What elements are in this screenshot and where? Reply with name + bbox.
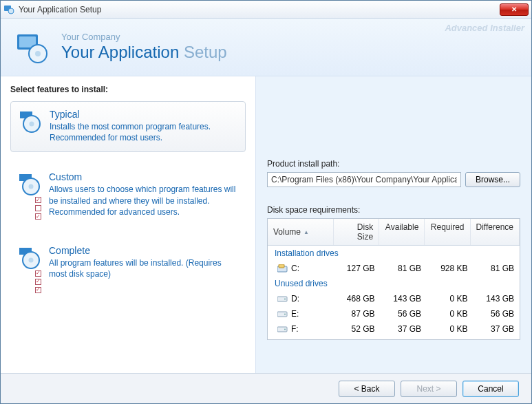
group-unused: Unused drives xyxy=(268,276,520,291)
checkbox-decoration xyxy=(35,197,41,220)
drive-icon xyxy=(277,325,288,333)
table-row[interactable]: E: 87 GB 56 GB 0 KB 56 GB xyxy=(268,306,520,321)
disk-space-label: Disk space requirements: xyxy=(267,205,520,215)
sort-asc-icon: ▲ xyxy=(304,229,309,235)
cell-size: 468 GB xyxy=(334,293,381,305)
svg-point-7 xyxy=(30,122,34,127)
cell-avail: 56 GB xyxy=(381,308,427,320)
col-disk-size: Disk Size xyxy=(334,219,379,245)
install-path-input[interactable] xyxy=(267,172,461,187)
svg-point-17 xyxy=(284,314,286,315)
col-required: Required xyxy=(425,219,470,245)
product-logo xyxy=(14,30,49,65)
installer-window: Your Application Setup ✕ Your Company Yo… xyxy=(0,0,532,404)
drive-icon xyxy=(277,295,288,303)
col-volume: Volume xyxy=(273,227,301,237)
feature-option-complete[interactable]: Complete All program features will be in… xyxy=(10,238,246,288)
cell-req: 0 KB xyxy=(427,308,474,320)
table-row[interactable]: D: 468 GB 143 GB 0 KB 143 GB xyxy=(268,291,520,306)
disk-space-table: Volume ▲ Disk Size Available Required Di… xyxy=(267,218,520,340)
svg-point-9 xyxy=(29,184,34,189)
features-heading: Select features to install: xyxy=(10,85,246,94)
app-name: Your Application xyxy=(61,43,179,61)
drive-name: C: xyxy=(291,264,299,273)
window-title: Your Application Setup xyxy=(19,5,500,14)
cell-diff: 56 GB xyxy=(474,308,520,320)
cell-avail: 81 GB xyxy=(381,262,427,275)
disc-icon xyxy=(17,171,43,217)
cell-diff: 81 GB xyxy=(474,262,520,275)
feature-desc: Installs the most common program feature… xyxy=(50,121,238,143)
drive-name: D: xyxy=(291,294,299,304)
cell-avail: 37 GB xyxy=(381,323,427,335)
drive-name: F: xyxy=(291,324,299,334)
app-title: Your Application Setup xyxy=(61,43,227,62)
svg-point-1 xyxy=(8,8,14,14)
next-button: Next > xyxy=(401,381,457,397)
table-row[interactable]: C: 127 GB 81 GB 928 KB 81 GB xyxy=(268,261,520,276)
install-path-label: Product install path: xyxy=(267,159,520,169)
close-button[interactable]: ✕ xyxy=(500,3,529,16)
cell-size: 127 GB xyxy=(334,262,381,275)
svg-point-11 xyxy=(29,257,34,262)
col-available: Available xyxy=(379,219,425,245)
drive-primary-icon xyxy=(277,264,288,273)
disc-icon xyxy=(17,245,43,279)
group-installation: Installation drives xyxy=(268,246,520,261)
feature-title: Custom xyxy=(49,171,239,182)
cell-avail: 143 GB xyxy=(381,293,427,305)
svg-rect-13 xyxy=(279,264,284,268)
svg-point-5 xyxy=(35,51,41,56)
content-area: Select features to install: Typical Inst… xyxy=(1,76,531,373)
cell-size: 87 GB xyxy=(334,308,381,320)
feature-option-typical[interactable]: Typical Installs the most common program… xyxy=(10,101,246,152)
feature-title: Complete xyxy=(49,245,239,256)
cell-req: 928 KB xyxy=(427,262,474,275)
cell-diff: 37 GB xyxy=(474,323,520,335)
feature-selection-panel: Select features to install: Typical Inst… xyxy=(1,76,255,373)
install-details-panel: Product install path: Browse... Disk spa… xyxy=(255,76,531,373)
checkbox-decoration xyxy=(35,270,41,293)
close-icon: ✕ xyxy=(511,6,517,13)
back-button[interactable]: < Back xyxy=(339,381,395,397)
svg-point-15 xyxy=(284,299,286,300)
table-row[interactable]: F: 52 GB 37 GB 0 KB 37 GB xyxy=(268,321,520,339)
cancel-button[interactable]: Cancel xyxy=(462,381,519,397)
cell-size: 52 GB xyxy=(334,323,381,335)
browse-button[interactable]: Browse... xyxy=(465,172,520,187)
header-text: Your Company Your Application Setup xyxy=(61,32,227,62)
feature-option-custom[interactable]: Custom Allows users to choose which prog… xyxy=(10,164,246,226)
app-icon xyxy=(3,4,14,15)
disc-icon xyxy=(18,109,44,143)
cell-diff: 143 GB xyxy=(474,293,520,305)
advanced-installer-watermark: Advanced Installer xyxy=(445,23,524,33)
svg-point-19 xyxy=(284,329,286,330)
drive-name: E: xyxy=(291,309,299,319)
col-difference: Difference xyxy=(471,219,520,245)
titlebar: Your Application Setup ✕ xyxy=(1,1,531,19)
feature-desc: All program features will be installed. … xyxy=(49,257,239,279)
cell-req: 0 KB xyxy=(427,323,474,335)
feature-title: Typical xyxy=(50,109,238,120)
company-name: Your Company xyxy=(61,32,227,43)
table-header[interactable]: Volume ▲ Disk Size Available Required Di… xyxy=(268,219,520,246)
wizard-footer: < Back Next > Cancel xyxy=(1,373,531,403)
header-banner: Your Company Your Application Setup Adva… xyxy=(1,19,531,76)
drive-icon xyxy=(277,310,288,318)
cell-req: 0 KB xyxy=(427,293,474,305)
feature-desc: Allows users to choose which program fea… xyxy=(49,184,239,217)
setup-word: Setup xyxy=(184,43,227,61)
